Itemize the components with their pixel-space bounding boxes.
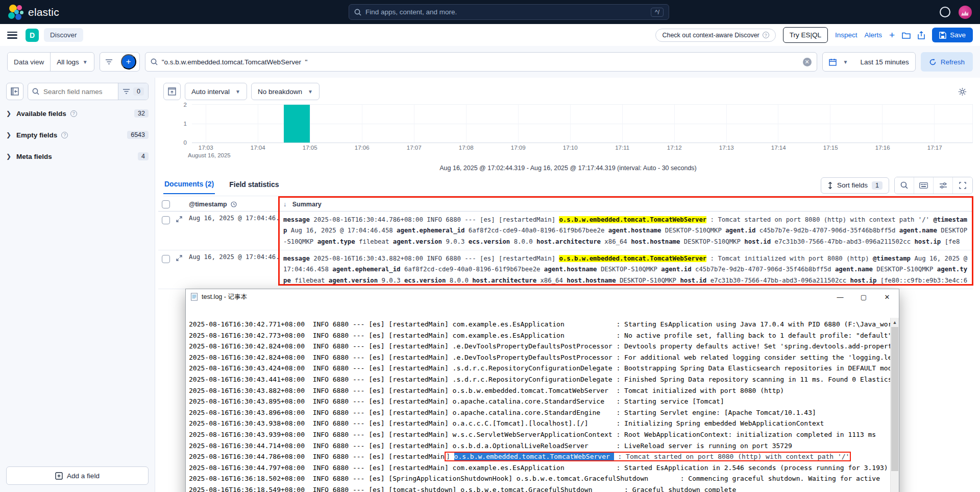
time-range-button[interactable]: Last 15 minutes <box>854 53 915 71</box>
x-gridline <box>622 105 623 143</box>
sort-fields-count: 1 <box>872 181 883 190</box>
folder-icon-button[interactable] <box>902 32 911 39</box>
field-search-input[interactable] <box>39 88 118 96</box>
histogram-x-labels: 17:0317:0417:0517:0617:0717:0817:0917:10… <box>192 145 973 152</box>
breakdown-select[interactable]: No breakdown ▼ <box>251 83 320 100</box>
tab-field-statistics[interactable]: Field statistics <box>228 180 280 194</box>
summary-cell: message 2025-08-16T16:30:44.786+08:00 IN… <box>278 215 973 247</box>
chart-icon <box>168 87 176 96</box>
summary-cell: message 2025-08-16T16:30:43.882+08:00 IN… <box>278 253 973 286</box>
chevron-down-icon: ▼ <box>235 89 240 95</box>
save-button[interactable]: Save <box>932 28 973 42</box>
scrollbar-thumb[interactable] <box>891 327 898 471</box>
help-icon[interactable] <box>940 7 950 17</box>
field-filter-button[interactable]: 0 <box>118 83 148 100</box>
tab-documents[interactable]: Documents (2) <box>163 180 215 194</box>
menu-hamburger-icon[interactable] <box>7 32 17 39</box>
chart-visibility-button[interactable] <box>163 83 181 100</box>
sliders-icon <box>939 182 947 189</box>
table-row[interactable]: Aug 16, 2025 @ 17:04:46.458 message 2025… <box>158 212 973 250</box>
global-search-input[interactable]: Find apps, content, and more. ^/ <box>349 4 669 20</box>
breadcrumb-discover[interactable]: Discover <box>44 28 83 42</box>
x-axis-tick-label: 17:16 <box>875 145 890 151</box>
maximize-button[interactable]: ▢ <box>852 289 875 304</box>
datepicker-calendar-button[interactable]: ▼ <box>823 53 854 71</box>
row-checkbox[interactable] <box>162 216 170 224</box>
notepad-log-line: 2025-08-16T16:30:44.786+08:00 INFO 6880 … <box>189 451 890 462</box>
x-axis-tick-label: 17:05 <box>303 145 317 151</box>
x-gridline <box>518 105 519 143</box>
notepad-content[interactable]: 2025-08-16T16:30:42.771+08:00 INFO 6880 … <box>186 318 890 492</box>
summary-column-header[interactable]: ↓ Summary <box>278 201 973 208</box>
summary-header-label: Summary <box>292 201 322 208</box>
search-documents-button[interactable] <box>895 177 914 194</box>
dataview-label: Data view <box>8 53 51 71</box>
dataview-select[interactable]: All logs▼ <box>51 53 93 71</box>
field-section-row[interactable]: ❯ Meta fields ? 4 <box>6 152 149 160</box>
timestamp-header-label: @timestamp <box>189 201 227 208</box>
sort-updown-icon <box>827 182 833 189</box>
context-aware-banner[interactable]: Check out context-aware Discover ? <box>655 29 775 42</box>
filter-icon <box>105 59 113 65</box>
query-bar: Data view All logs▼ + ✕ ▼ Last 15 minute… <box>0 46 980 78</box>
context-aware-banner-label: Check out context-aware Discover <box>662 32 759 39</box>
refresh-button[interactable]: Refresh <box>921 52 973 72</box>
add-filter-button[interactable]: + <box>121 54 136 69</box>
display-options-button[interactable] <box>934 177 953 194</box>
filters-button[interactable] <box>100 53 118 71</box>
share-icon-button[interactable] <box>918 31 925 39</box>
x-axis-tick-label: 17:04 <box>251 145 265 151</box>
sort-fields-button[interactable]: Sort fields 1 <box>821 177 889 194</box>
select-all-checkbox[interactable] <box>162 200 170 208</box>
close-button[interactable]: ✕ <box>875 289 899 304</box>
x-gridline <box>310 105 310 143</box>
global-header: elastic Find apps, content, and more. ^/ <box>0 0 980 24</box>
documents-table: @timestamp ↓ Summary <box>158 197 973 289</box>
x-gridline <box>362 105 362 143</box>
fullscreen-icon <box>959 182 966 189</box>
clear-query-icon[interactable]: ✕ <box>803 58 812 66</box>
timestamp-column-header[interactable]: @timestamp <box>185 201 278 208</box>
table-row[interactable]: Aug 16, 2025 @ 17:04:46.458 message 2025… <box>158 250 973 289</box>
notepad-scrollbar[interactable]: ▲ <box>890 318 899 492</box>
add-panel-button[interactable]: + <box>889 30 895 41</box>
discover-app-icon[interactable]: D <box>26 29 39 42</box>
histogram-plot[interactable]: 210 <box>192 104 973 143</box>
user-avatar[interactable] <box>959 6 972 19</box>
expand-document-button[interactable] <box>174 253 185 286</box>
try-esql-button[interactable]: Try ES|QL <box>783 27 828 43</box>
inspect-link[interactable]: Inspect <box>835 31 857 39</box>
notepad-titlebar[interactable]: test.log - 记事本 — ▢ ✕ <box>186 289 899 304</box>
fields-sidebar: 0 ❯ Available fields ? 32 ❯ Empty fields… <box>0 78 155 492</box>
field-section-row[interactable]: ❯ Available fields ? 32 <box>6 109 149 118</box>
expand-document-button[interactable] <box>174 215 185 247</box>
notepad-window[interactable]: test.log - 记事本 — ▢ ✕ 2025-08-16T16:30:42… <box>185 289 899 492</box>
info-icon: ? <box>61 132 68 138</box>
x-gridline <box>726 105 727 143</box>
interval-select[interactable]: Auto interval ▼ <box>185 83 247 100</box>
notepad-log-line: 2025-08-16T16:30:42.824+08:00 INFO 6880 … <box>189 352 890 363</box>
x-axis-tick-label: 17:08 <box>459 145 474 151</box>
query-input[interactable] <box>162 58 799 66</box>
fullscreen-button[interactable] <box>953 177 972 194</box>
breakdown-value: No breakdown <box>258 88 302 96</box>
add-field-button[interactable]: Add a field <box>6 466 149 485</box>
notepad-log-line: 2025-08-16T16:30:43.441+08:00 INFO 6880 … <box>189 374 890 385</box>
notepad-log-line: 2025-08-16T16:30:43.939+08:00 INFO 6880 … <box>189 429 890 440</box>
alerts-link[interactable]: Alerts <box>865 31 883 39</box>
x-axis-tick-label: 17:17 <box>927 145 942 151</box>
collapse-sidebar-button[interactable] <box>6 83 23 100</box>
keyboard-shortcuts-button[interactable] <box>914 177 934 194</box>
scroll-up-icon[interactable]: ▲ <box>891 318 899 326</box>
histogram-bar[interactable] <box>284 105 310 143</box>
field-section-count: 6543 <box>127 131 149 139</box>
minimize-button[interactable]: — <box>828 289 852 304</box>
refresh-button-label: Refresh <box>941 58 965 66</box>
x-gridline <box>414 105 414 143</box>
search-icon <box>354 9 361 16</box>
brand[interactable]: elastic <box>8 5 59 20</box>
row-checkbox[interactable] <box>162 255 170 263</box>
chart-options-gear-icon[interactable] <box>952 83 973 100</box>
x-gridline <box>206 105 206 143</box>
field-section-row[interactable]: ❯ Empty fields ? 6543 <box>6 131 149 139</box>
